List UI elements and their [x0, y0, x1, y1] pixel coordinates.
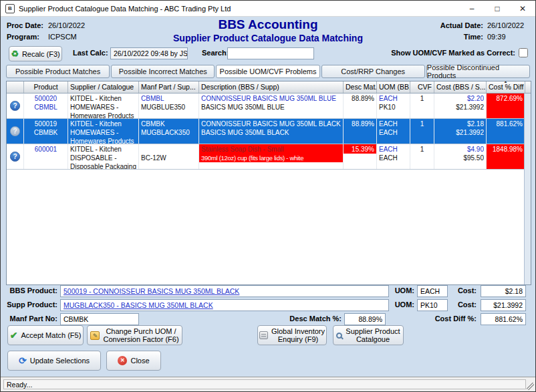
cost-supp: $21.3992: [436, 103, 484, 112]
recalc-button[interactable]: ♻ Recalc (F3): [9, 46, 62, 61]
status-bar: Ready...: [1, 377, 535, 391]
bbs-product-label: BBS Product:: [1, 286, 57, 295]
supplier-catalogue: KITDEL - Kitchen: [70, 120, 136, 128]
help-icon[interactable]: ?: [10, 101, 20, 111]
description-bbs: CONNOISSEUR BASICS MUG 350ML BLACK: [201, 120, 341, 128]
table-empty-area: [7, 170, 531, 284]
column-header-cost[interactable]: Cost (BBS / S...: [434, 81, 487, 93]
bbs-cost-label: Cost:: [456, 286, 477, 295]
column-header-desc-match[interactable]: Desc Mat...: [344, 81, 377, 93]
supp-uom-field[interactable]: PK10: [417, 299, 448, 311]
description-supp: BASICS MUG 350ML BLACK: [201, 128, 341, 137]
uom-supp: PK10: [379, 103, 408, 112]
column-header-uom[interactable]: UOM (BB...: [377, 81, 410, 93]
cvf-value: 1: [412, 145, 432, 154]
program-label: Program:: [7, 33, 48, 41]
search-input[interactable]: [227, 47, 314, 59]
product-code: 600001: [26, 145, 65, 154]
update-selections-button[interactable]: ⟳ Update Selections: [7, 351, 101, 371]
supplier-catalogue: KITDEL - Kitchen: [70, 94, 136, 103]
cost-pct-diff: 872.69%: [489, 94, 523, 103]
description-bbs: CONNOISSEUR BASICS MUG 350ML BLUE: [201, 94, 341, 103]
page-title: Supplier Product Catalogue Data Matching: [121, 33, 415, 43]
sort-ascending-icon: ▲: [504, 81, 508, 83]
bbs-uom-field[interactable]: EACH: [417, 285, 448, 297]
header-right: Actual Date:26/10/2022 Time:09:39: [440, 19, 529, 42]
search-label: Search:: [202, 49, 229, 57]
bbs-product-link[interactable]: 500019 - CONNOISSEUR BASICS MUG 350ML BL…: [60, 285, 389, 297]
close-button[interactable]: ✕ Close: [106, 351, 161, 371]
column-header-icon[interactable]: [7, 81, 24, 93]
cost-bbs: $2.20: [436, 94, 484, 103]
table-row-selected[interactable]: ? 500019 CBMBK KITDEL - Kitchen HOMEWARE…: [7, 119, 531, 144]
cost-diff-alert-cell: 872.69%: [487, 93, 525, 118]
show-uom-label: Show UOM/CVF Marked as Correct:: [391, 49, 515, 57]
manf-part-no-field[interactable]: CBMBK: [60, 313, 139, 325]
column-header-cost-pct-diff[interactable]: ▲ Cost % Diff: [487, 81, 525, 93]
tab-possible-product-matches[interactable]: Possible Product Matches: [6, 65, 110, 78]
uom-bbs: EACH: [379, 145, 408, 154]
uom-supp: EACH: [379, 154, 408, 162]
minimize-button[interactable]: –: [459, 1, 485, 16]
app-window: B Supplier Product Catalogue Data Matchi…: [0, 0, 536, 392]
supp-cost-field[interactable]: $21.3992: [481, 299, 526, 311]
column-header-product[interactable]: Product: [24, 81, 68, 93]
cvf-value: 1: [412, 94, 432, 103]
table-row[interactable]: ? 600001 KITDEL - Kitchen DISPOSABLE - D…: [7, 144, 531, 170]
help-icon[interactable]: ?: [10, 152, 20, 162]
tab-possible-incorrect-matches[interactable]: Possible Incorrect Matches: [111, 65, 215, 78]
supp-uom-label: UOM:: [394, 301, 414, 309]
show-uom-checkbox[interactable]: [519, 48, 528, 57]
help-icon[interactable]: ?: [10, 126, 20, 136]
supplier-product-catalogue-button[interactable]: Supplier ProductCatalgoue: [333, 325, 404, 345]
uom-bbs: EACH: [379, 120, 408, 128]
desc-match-pct-field[interactable]: 88.89%: [344, 313, 386, 325]
cost-supp: $21.3992: [436, 128, 484, 137]
close-window-button[interactable]: ✕: [510, 1, 535, 16]
last-calc-field[interactable]: 26/10/2022 09:48 by JS2: [110, 47, 188, 59]
desc-match-pct: 88.89%: [346, 120, 374, 128]
uom-supp: EACH: [379, 128, 408, 137]
cost-pct-diff: 881.62%: [489, 120, 523, 128]
change-purch-uom-button[interactable]: ✎ Change Purch UOM /Conversion Factor (F…: [87, 325, 182, 345]
description-alert-cell: Stainless Soap Dish - Small 390ml (12oz)…: [199, 144, 343, 162]
manf-part: BC-12W: [141, 154, 196, 162]
table-row[interactable]: ? 500020 CBMBL KITDEL - Kitchen HOMEWARE…: [7, 93, 531, 119]
status-text: Ready...: [3, 379, 526, 389]
vertical-scrollbar[interactable]: [524, 93, 531, 284]
cost-bbs: $2.18: [436, 120, 484, 128]
edit-icon: ✎: [90, 331, 100, 340]
accept-match-button[interactable]: ✔ Accept Match (F5): [7, 325, 84, 345]
table-header-row: Product Supplier / Catalogue Manf Part /…: [7, 81, 531, 93]
cost-diff-cell: 881.62%: [487, 119, 525, 144]
cost-diff-pct-field[interactable]: 881.62%: [481, 313, 526, 325]
desc-match-alert-cell: 15.39%: [344, 144, 376, 154]
tab-possible-discontinued-products[interactable]: Possible Discontinued Products: [426, 65, 530, 78]
column-header-manf-part[interactable]: Manf Part / Sup...: [139, 81, 199, 93]
global-inventory-enquiry-button[interactable]: Global InventoryEnquiry (F9): [257, 325, 327, 345]
tab-possible-uom-cvf-problems[interactable]: Possible UOM/CVF Problems: [216, 65, 319, 78]
manf-part: CBMBL: [141, 94, 196, 103]
actual-date-label: Actual Date:: [440, 21, 483, 29]
supp-cost-label: Cost:: [456, 301, 477, 309]
supp-product-link[interactable]: MUGBLACK350 - BASICS MUG 350ML BLACK: [60, 299, 389, 311]
proc-date-value: 26/10/2022: [48, 21, 85, 29]
column-header-cvf[interactable]: CVF: [410, 81, 434, 93]
description-bbs: Stainless Soap Dish - Small: [201, 145, 341, 154]
column-header-supplier[interactable]: Supplier / Catalogue: [68, 81, 139, 93]
app-icon: B: [5, 4, 15, 13]
column-header-description[interactable]: Description (BBS / Supp): [199, 81, 344, 93]
main-content: Proc Date:26/10/2022 Program:ICPSCM BBS …: [1, 17, 535, 377]
description-supp: 390ml (12oz) cup (fits large lids) - whi…: [201, 154, 341, 162]
table-body: ? 500020 CBMBL KITDEL - Kitchen HOMEWARE…: [7, 93, 531, 284]
uom-bbs: EACH: [379, 94, 408, 103]
desc-match-pct: 15.39%: [346, 145, 374, 154]
bbs-cost-field[interactable]: $2.18: [481, 285, 526, 297]
recalc-label: Recalc (F3): [22, 50, 60, 58]
tab-bar: Possible Product Matches Possible Incorr…: [6, 65, 530, 78]
supplier-catalogue: KITDEL - Kitchen: [70, 145, 136, 154]
maximize-button[interactable]: □: [485, 1, 510, 16]
tab-cost-rrp-changes[interactable]: Cost/RRP Changes: [321, 65, 425, 78]
title-bar: B Supplier Product Catalogue Data Matchi…: [1, 1, 535, 17]
resize-grip[interactable]: [527, 383, 534, 390]
